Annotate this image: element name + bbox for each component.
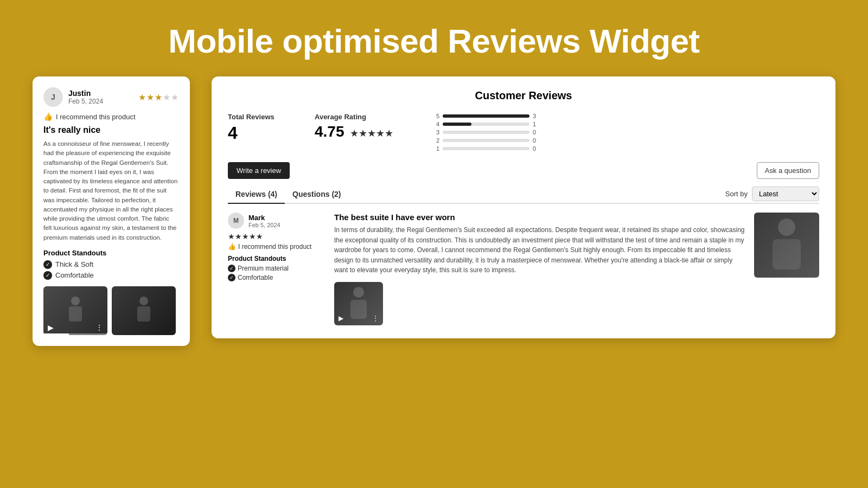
desktop-standout-label-2: Comfortable bbox=[238, 274, 273, 281]
mobile-reviewer-header: J Justin Feb 5, 2024 ★★★★★ bbox=[43, 87, 179, 107]
desktop-reviewer-name: Mark bbox=[248, 214, 280, 222]
mobile-standout-1: ✓ Thick & Soft bbox=[43, 260, 179, 269]
desktop-check-icon-1: ✓ bbox=[228, 265, 235, 272]
bar-row-1: 1 0 bbox=[434, 145, 819, 152]
desktop-review-card: M Mark Feb 5, 2024 ★★★★★ 👍 I recommend t… bbox=[228, 213, 819, 325]
desktop-reviewer-date: Feb 5, 2024 bbox=[248, 222, 280, 228]
desktop-tabs-row: Reviews (4) Questions (2) Sort by Latest… bbox=[228, 187, 819, 204]
desktop-review-body: In terms of durability, the Regal Gentle… bbox=[334, 225, 745, 275]
desktop-standouts-title: Product Standouts bbox=[228, 255, 326, 262]
bar-row-4: 4 1 bbox=[434, 121, 819, 127]
page-title: Mobile optimised Reviews Widget bbox=[0, 0, 868, 76]
desktop-recommend-text: I recommend this product bbox=[238, 243, 311, 251]
desktop-widget: Customer Reviews Total Reviews 4 Average… bbox=[212, 76, 835, 338]
bar-label-4: 4 bbox=[434, 121, 439, 127]
bar-track-4 bbox=[443, 123, 529, 126]
desktop-play-icon[interactable]: ▶ bbox=[339, 314, 343, 322]
bar-count-4: 1 bbox=[533, 121, 540, 127]
desktop-actions-row: Write a review Ask a question bbox=[228, 162, 819, 179]
mobile-standouts-title: Product Standouts bbox=[43, 249, 179, 257]
mobile-widget: J Justin Feb 5, 2024 ★★★★★ 👍 I recommend… bbox=[33, 76, 190, 346]
video-progress-fill-1 bbox=[43, 333, 69, 335]
desktop-review-left: M Mark Feb 5, 2024 ★★★★★ 👍 I recommend t… bbox=[228, 213, 326, 325]
bar-track-2 bbox=[443, 139, 529, 142]
play-icon-1[interactable]: ▶ bbox=[48, 323, 54, 332]
bar-count-5: 3 bbox=[533, 113, 540, 119]
sort-select[interactable]: Latest Oldest Highest Rating Lowest Rati… bbox=[752, 187, 819, 201]
mobile-recommend-text: I recommend this product bbox=[56, 113, 136, 121]
write-review-button[interactable]: Write a review bbox=[228, 162, 290, 179]
bar-label-5: 5 bbox=[434, 113, 439, 119]
bar-count-2: 0 bbox=[533, 137, 540, 144]
avg-rating-label: Average Rating bbox=[315, 113, 423, 121]
check-icon-1: ✓ bbox=[43, 260, 52, 269]
desktop-review-title: The best suite I have ever worn bbox=[334, 213, 745, 222]
mobile-video-thumb-2[interactable] bbox=[112, 286, 176, 335]
thumb-up-icon-desktop: 👍 bbox=[228, 243, 236, 251]
desktop-review-middle: The best suite I have ever worn In terms… bbox=[334, 213, 745, 325]
svg-point-4 bbox=[353, 287, 364, 298]
desktop-more-icon[interactable]: ⋮ bbox=[372, 314, 379, 322]
mobile-stars: ★★★★★ bbox=[138, 92, 179, 102]
mobile-standout-2: ✓ Comfortable bbox=[43, 271, 179, 280]
mobile-avatar: J bbox=[43, 87, 63, 107]
bar-row-2: 2 0 bbox=[434, 137, 819, 144]
tab-questions[interactable]: Questions (2) bbox=[285, 187, 348, 203]
mobile-review-title: It's really nice bbox=[43, 125, 179, 135]
svg-rect-1 bbox=[69, 306, 82, 322]
bar-track-5 bbox=[443, 114, 529, 118]
mobile-review-body: As a connoisseur of fine menswear, I rec… bbox=[43, 139, 179, 242]
bar-fill-5 bbox=[443, 114, 529, 118]
bar-track-1 bbox=[443, 147, 529, 150]
svg-point-2 bbox=[139, 297, 148, 305]
desktop-review-image bbox=[754, 213, 819, 278]
thumb-up-icon: 👍 bbox=[43, 112, 53, 121]
bar-row-3: 3 0 bbox=[434, 129, 819, 136]
mobile-reviewer-name: Justin bbox=[68, 89, 103, 98]
review-image-silhouette bbox=[754, 213, 819, 278]
sort-row: Sort by Latest Oldest Highest Rating Low… bbox=[725, 187, 819, 201]
widgets-container: J Justin Feb 5, 2024 ★★★★★ 👍 I recommend… bbox=[0, 76, 868, 346]
mobile-standout-label-2: Comfortable bbox=[55, 271, 94, 279]
mobile-reviewer-info: Justin Feb 5, 2024 bbox=[68, 89, 103, 105]
mobile-recommend: 👍 I recommend this product bbox=[43, 112, 179, 121]
bar-label-2: 2 bbox=[434, 137, 439, 144]
ask-question-button[interactable]: Ask a question bbox=[757, 162, 819, 179]
svg-point-0 bbox=[71, 297, 80, 305]
desktop-stats-row: Total Reviews 4 Average Rating 4.75 ★★★★… bbox=[228, 113, 819, 153]
rating-bars-block: 5 3 4 1 3 bbox=[423, 113, 819, 153]
bar-count-3: 0 bbox=[533, 129, 540, 136]
desktop-reviewer-header: M Mark Feb 5, 2024 bbox=[228, 213, 326, 229]
more-icon-1[interactable]: ⋮ bbox=[95, 323, 103, 332]
desktop-standout-1: ✓ Premium material bbox=[228, 265, 326, 272]
desktop-media-thumb[interactable]: ▶ ⋮ bbox=[334, 282, 383, 325]
svg-rect-7 bbox=[773, 239, 801, 269]
bar-track-3 bbox=[443, 131, 529, 134]
bar-count-1: 0 bbox=[533, 145, 540, 152]
desktop-review-stars: ★★★★★ bbox=[228, 232, 326, 241]
video-silhouette-2 bbox=[112, 286, 176, 335]
sort-label: Sort by bbox=[725, 190, 748, 198]
desktop-standout-label-1: Premium material bbox=[238, 265, 289, 272]
desktop-reviewer-info: Mark Feb 5, 2024 bbox=[248, 214, 280, 228]
total-reviews-number: 4 bbox=[228, 123, 315, 143]
avg-rating-stars: ★★★★★ bbox=[350, 127, 393, 139]
desktop-check-icon-2: ✓ bbox=[228, 274, 235, 281]
check-icon-2: ✓ bbox=[43, 271, 52, 280]
bar-fill-4 bbox=[443, 123, 471, 126]
mobile-media-row: ▶ ⋮ bbox=[43, 286, 179, 335]
desktop-avatar: M bbox=[228, 213, 244, 229]
desktop-recommend: 👍 I recommend this product bbox=[228, 243, 326, 251]
tab-reviews[interactable]: Reviews (4) bbox=[228, 187, 285, 204]
bar-label-1: 1 bbox=[434, 145, 439, 152]
mobile-standout-label-1: Thick & Soft bbox=[55, 260, 93, 268]
avg-rating-block: Average Rating 4.75 ★★★★★ bbox=[315, 113, 423, 140]
mobile-video-thumb-1[interactable]: ▶ ⋮ bbox=[43, 286, 107, 335]
desktop-widget-title: Customer Reviews bbox=[228, 89, 819, 102]
bar-row-5: 5 3 bbox=[434, 113, 819, 119]
total-reviews-label: Total Reviews bbox=[228, 113, 315, 121]
svg-rect-3 bbox=[137, 306, 150, 322]
svg-rect-5 bbox=[350, 300, 367, 319]
bar-label-3: 3 bbox=[434, 129, 439, 136]
total-reviews-block: Total Reviews 4 bbox=[228, 113, 315, 143]
